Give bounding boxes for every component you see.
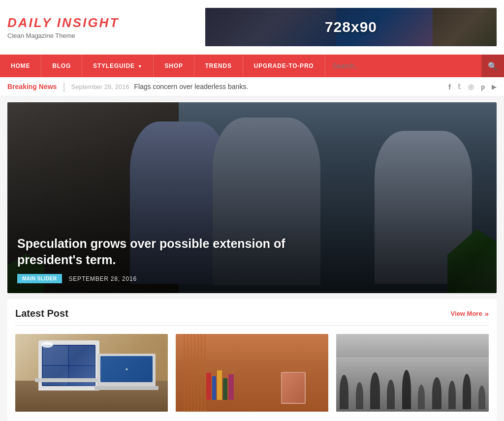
- hero-caption: Speculation grows over possible extensio…: [7, 225, 497, 293]
- site-header: DAILY INSIGHT Clean Magazine Theme 728x9…: [0, 0, 504, 55]
- pinterest-icon[interactable]: 𝐩: [481, 82, 485, 91]
- hero-slider[interactable]: Speculation grows over possible extensio…: [7, 102, 497, 293]
- breaking-news-label: Breaking News: [7, 83, 57, 90]
- view-more-button[interactable]: View More »: [451, 309, 489, 318]
- search-input[interactable]: [325, 55, 482, 77]
- facebook-icon[interactable]: f: [448, 83, 451, 91]
- breaking-news-date: September 28, 2016: [71, 83, 129, 90]
- logo-area: DAILY INSIGHT Clean Magazine Theme: [7, 15, 119, 39]
- main-navbar: HOME BLOG STYLEGUIDE ▼ SHOP TRENDS UPGRA…: [0, 55, 504, 77]
- post-thumb-3: [336, 334, 489, 412]
- post-grid: ■: [15, 334, 489, 412]
- logo-title[interactable]: DAILY INSIGHT: [7, 15, 119, 30]
- youtube-icon[interactable]: ▶: [492, 83, 497, 90]
- hero-tag[interactable]: MAIN SLIDER: [17, 274, 62, 283]
- nav-item-trends[interactable]: TRENDS: [194, 55, 243, 77]
- nav-item-shop[interactable]: SHOP: [154, 55, 194, 77]
- nav-item-blog[interactable]: BLOG: [41, 55, 82, 77]
- breaking-news-bar: Breaking News | September 28, 2016 Flags…: [0, 77, 504, 96]
- section-header: Latest Post View More »: [15, 308, 489, 326]
- instagram-icon[interactable]: ◎: [468, 83, 474, 90]
- post-thumb-1: ■: [15, 334, 168, 412]
- hero-image: Speculation grows over possible extensio…: [7, 102, 497, 293]
- nav-search-area: 🔍: [325, 55, 504, 77]
- nav-item-upgrade[interactable]: UPGRADE-TO-PRO: [243, 55, 325, 77]
- post-thumb-2: [176, 334, 328, 412]
- post-card-1[interactable]: ■: [15, 334, 168, 412]
- latest-post-section: Latest Post View More »: [7, 299, 497, 421]
- breaking-divider: |: [63, 82, 65, 91]
- section-title: Latest Post: [15, 308, 68, 319]
- post-card-2[interactable]: [176, 334, 328, 412]
- banner-ad-text: 728x90: [325, 19, 377, 35]
- hero-meta: MAIN SLIDER SEPTEMBER 28, 2016: [17, 274, 487, 283]
- search-button[interactable]: 🔍: [481, 55, 504, 77]
- chevron-down-icon: ▼: [138, 64, 143, 69]
- nav-item-styleguide[interactable]: STYLEGUIDE ▼: [82, 55, 154, 77]
- banner-ad: 728x90: [205, 8, 497, 46]
- hero-title: Speculation grows over possible extensio…: [17, 236, 293, 268]
- breaking-news-text: Flags concern over leaderless banks.: [134, 83, 448, 90]
- hero-date: SEPTEMBER 28, 2016: [69, 275, 137, 282]
- logo-subtitle: Clean Magazine Theme: [7, 32, 119, 39]
- nav-item-home[interactable]: HOME: [0, 55, 41, 77]
- twitter-icon[interactable]: 𝕥: [458, 82, 461, 91]
- social-icons-bar: f 𝕥 ◎ 𝐩 ▶: [448, 82, 497, 91]
- post-card-3[interactable]: [336, 334, 489, 412]
- arrow-right-icon: »: [485, 309, 489, 318]
